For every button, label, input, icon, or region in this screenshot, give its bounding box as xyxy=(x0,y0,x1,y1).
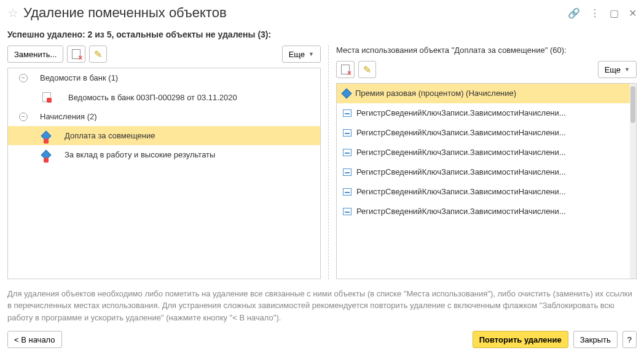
hint-text: Для удаления объектов необходимо либо по… xyxy=(7,288,637,324)
usage-item-label: РегистрСведенийКлючЗаписи.ЗависимостиНач… xyxy=(356,148,566,157)
tree-group-label: Ведомости в банк (1) xyxy=(40,73,118,82)
usage-item[interactable]: РегистрСведенийКлючЗаписи.ЗависимостиНач… xyxy=(337,182,636,202)
footer: < В начало Повторить удаление Закрыть ? xyxy=(7,331,637,348)
replace-button[interactable]: Заменить... xyxy=(7,46,63,63)
page-title: Удаление помеченных объектов xyxy=(23,5,563,21)
calc-type-deleted-icon xyxy=(41,149,52,160)
right-toolbar: Еще ▼ xyxy=(336,61,637,78)
title-bar: ☆ Удаление помеченных объектов 🔗 ⋮ ▢ ✕ xyxy=(7,5,637,21)
favorite-star-icon[interactable]: ☆ xyxy=(7,6,18,20)
back-button[interactable]: < В начало xyxy=(7,331,62,348)
delete-doc-button-right[interactable] xyxy=(336,61,355,78)
help-button[interactable]: ? xyxy=(622,331,637,348)
link-icon[interactable]: 🔗 xyxy=(568,7,580,19)
register-icon xyxy=(343,169,351,176)
window-controls: 🔗 ⋮ ▢ ✕ xyxy=(568,7,637,19)
delete-doc-button[interactable] xyxy=(67,46,85,63)
more-button-label: Еще xyxy=(289,50,305,59)
usage-item[interactable]: РегистрСведенийКлючЗаписи.ЗависимостиНач… xyxy=(337,143,636,162)
main-area: Заменить... Еще ▼ − Ведомости в банк (1) xyxy=(7,46,637,279)
tree-item[interactable]: Доплата за совмещение xyxy=(8,126,320,145)
back-button-label: < В начало xyxy=(14,335,55,344)
pencil-icon xyxy=(94,49,102,60)
tree-item[interactable]: Ведомость в банк 003П-000298 от 03.11.20… xyxy=(8,87,320,107)
register-icon xyxy=(343,188,351,196)
retry-button-label: Повторить удаление xyxy=(479,335,562,344)
usage-item-label: Премия разовая (процентом) (Начисление) xyxy=(355,89,516,98)
usage-item-label: РегистрСведенийКлючЗаписи.ЗависимостиНач… xyxy=(356,207,566,216)
tree-group[interactable]: − Ведомости в банк (1) xyxy=(8,68,320,87)
edit-button-right[interactable] xyxy=(358,61,376,78)
calc-type-icon xyxy=(342,88,352,98)
left-toolbar: Заменить... Еще ▼ xyxy=(7,46,321,63)
pencil-icon xyxy=(363,64,371,76)
document-deleted-icon xyxy=(42,92,51,102)
close-window-icon[interactable]: ✕ xyxy=(629,7,637,19)
objects-tree[interactable]: − Ведомости в банк (1) Ведомость в банк … xyxy=(7,68,321,279)
usage-list[interactable]: Премия разовая (процентом) (Начисление) … xyxy=(336,83,637,279)
retry-delete-button[interactable]: Повторить удаление xyxy=(473,331,568,348)
tree-item-label: Доплата за совмещение xyxy=(65,131,155,140)
usage-item[interactable]: Премия разовая (процентом) (Начисление) xyxy=(337,84,636,103)
register-icon xyxy=(343,208,351,215)
collapse-icon[interactable]: − xyxy=(19,74,28,82)
collapse-icon[interactable]: − xyxy=(19,113,28,121)
more-button-left[interactable]: Еще ▼ xyxy=(282,46,321,63)
scrollbar-thumb[interactable] xyxy=(630,86,635,123)
usage-item-label: РегистрСведенийКлючЗаписи.ЗависимостиНач… xyxy=(356,108,566,117)
register-icon xyxy=(343,129,351,137)
usage-item-label: РегистрСведенийКлючЗаписи.ЗависимостиНач… xyxy=(356,128,566,137)
panel-divider xyxy=(328,46,329,279)
usage-item[interactable]: РегистрСведенийКлючЗаписи.ЗависимостиНач… xyxy=(337,162,636,182)
chevron-down-icon: ▼ xyxy=(624,66,630,73)
usage-item[interactable]: РегистрСведенийКлючЗаписи.ЗависимостиНач… xyxy=(337,103,636,123)
maximize-icon[interactable]: ▢ xyxy=(610,7,619,19)
usage-item-label: РегистрСведенийКлючЗаписи.ЗависимостиНач… xyxy=(356,167,566,177)
delete-doc-icon xyxy=(341,65,350,74)
chevron-down-icon: ▼ xyxy=(308,51,314,57)
usage-item-label: РегистрСведенийКлючЗаписи.ЗависимостиНач… xyxy=(356,187,566,196)
more-button-label: Еще xyxy=(605,65,621,74)
more-button-right[interactable]: Еще ▼ xyxy=(598,61,637,78)
status-text: Успешно удалено: 2 из 5, остальные объек… xyxy=(7,30,637,39)
delete-doc-icon xyxy=(72,49,80,59)
edit-button-left[interactable] xyxy=(89,46,107,63)
close-button[interactable]: Закрыть xyxy=(573,331,618,348)
tree-item-label: Ведомость в банк 003П-000298 от 03.11.20… xyxy=(68,93,237,102)
left-panel: Заменить... Еще ▼ − Ведомости в банк (1) xyxy=(7,46,321,279)
register-icon xyxy=(343,109,351,117)
calc-type-deleted-icon xyxy=(41,130,52,141)
tree-group-label: Начисления (2) xyxy=(40,112,97,121)
close-button-label: Закрыть xyxy=(580,335,611,344)
usage-item[interactable]: РегистрСведенийКлючЗаписи.ЗависимостиНач… xyxy=(337,123,636,143)
right-panel: Места использования объекта "Доплата за … xyxy=(336,46,637,279)
usage-item[interactable]: РегистрСведенийКлючЗаписи.ЗависимостиНач… xyxy=(337,202,636,221)
tree-item[interactable]: За вклад в работу и высокие результаты xyxy=(8,145,320,164)
replace-button-label: Заменить... xyxy=(14,50,57,59)
help-button-label: ? xyxy=(627,335,632,344)
kebab-menu-icon[interactable]: ⋮ xyxy=(590,7,600,19)
tree-group[interactable]: − Начисления (2) xyxy=(8,107,320,126)
tree-item-label: За вклад в работу и высокие результаты xyxy=(65,150,215,159)
usage-header: Места использования объекта "Доплата за … xyxy=(336,46,637,55)
scrollbar[interactable] xyxy=(630,84,636,279)
register-icon xyxy=(343,149,351,156)
